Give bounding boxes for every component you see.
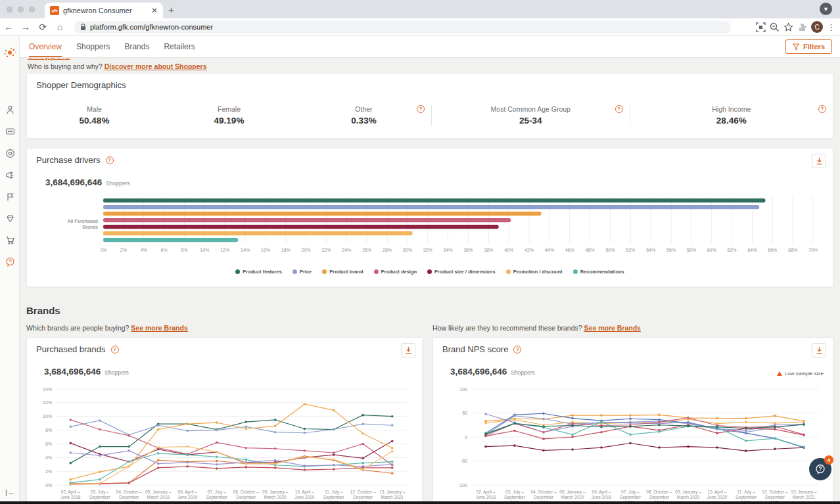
legend-label: Product design xyxy=(381,269,417,275)
gfk-logo-icon[interactable] xyxy=(3,47,16,60)
megaphone-icon[interactable] xyxy=(5,170,15,180)
purchased-brands-help-icon[interactable] xyxy=(111,346,119,354)
svg-text:10. April –June 2020: 10. April –June 2020 xyxy=(294,490,315,499)
filters-button[interactable]: Filters xyxy=(785,39,832,54)
see-more-brands-right-link[interactable]: See more Brands xyxy=(584,324,641,332)
legend-item[interactable]: Product size / dimensions xyxy=(427,269,496,275)
app-navbar: Overview Shoppers Brands Retailers Filte… xyxy=(20,36,840,58)
tab-brands[interactable]: Brands xyxy=(124,42,149,51)
lock-icon xyxy=(80,24,86,31)
purchased-brands-download-button[interactable] xyxy=(401,343,415,357)
page-content: Shoppers Who is buying and why? Discover… xyxy=(20,58,840,501)
bar-row-label: All Purchased Brands xyxy=(55,218,98,230)
legend-item[interactable]: Product brand xyxy=(322,269,363,275)
home-icon[interactable]: ⌂ xyxy=(51,22,68,32)
presentation-icon[interactable] xyxy=(5,126,15,137)
forward-icon[interactable]: → xyxy=(17,22,34,32)
purchase-drivers-legend: Product featuresPriceProduct brandProduc… xyxy=(27,269,833,275)
bookmark-star-icon[interactable] xyxy=(783,22,793,32)
legend-item[interactable]: Promotion / discount xyxy=(506,269,563,275)
svg-text:10. April –June 2020: 10. April –June 2020 xyxy=(707,490,728,499)
svg-text:04. October –December2018: 04. October –December2018 xyxy=(530,490,557,501)
svg-text:70%: 70% xyxy=(808,248,818,252)
brands-left-question-text: Which brands are people buying? xyxy=(26,324,129,332)
age-help-icon[interactable] xyxy=(615,105,623,113)
shopper-icon[interactable] xyxy=(5,104,15,115)
reload-icon[interactable]: ⟳ xyxy=(34,22,51,32)
back-icon[interactable]: ← xyxy=(0,22,17,32)
demographics-title: Shopper Demographics xyxy=(36,80,126,90)
window-maximize-button[interactable] xyxy=(29,7,35,12)
browser-menu-icon[interactable]: ⋮ xyxy=(827,22,835,32)
see-more-brands-left-link[interactable]: See more Brands xyxy=(131,324,187,332)
brands-right-question: How likely are they to recommend these b… xyxy=(432,324,641,332)
window-chevron-button[interactable]: ▼ xyxy=(820,3,832,15)
window-close-button[interactable] xyxy=(7,7,12,12)
tab-close-icon[interactable]: ✕ xyxy=(151,6,158,15)
legend-item[interactable]: Price xyxy=(292,269,312,275)
svg-text:22%: 22% xyxy=(321,248,331,252)
drivers-shoppers-count: 3,684,696,646 xyxy=(45,177,102,187)
new-tab-button[interactable]: + xyxy=(168,4,174,15)
warning-triangle-icon xyxy=(777,371,782,376)
svg-text:14%: 14% xyxy=(43,387,52,392)
discover-shoppers-link[interactable]: Discover more about Shoppers xyxy=(105,62,207,70)
svg-text:40%: 40% xyxy=(504,248,513,252)
svg-text:16%: 16% xyxy=(261,248,270,252)
purchased-brands-title: Purchased brands xyxy=(36,344,106,354)
brands-right-question-text: How likely are they to recommend these b… xyxy=(432,324,582,332)
window-minimize-button[interactable] xyxy=(18,7,24,12)
purchase-drivers-bar-chart: 0%2%4%6%8%10%12%14%16%18%20%22%24%26%28%… xyxy=(101,193,818,256)
help-chat-icon[interactable] xyxy=(5,256,15,267)
stat-male: Male 50.48% xyxy=(27,105,162,126)
income-help-icon[interactable] xyxy=(818,105,826,113)
svg-text:100: 100 xyxy=(459,387,467,392)
svg-text:60%: 60% xyxy=(707,248,716,252)
scan-icon[interactable] xyxy=(756,22,766,32)
svg-text:02. April –June 2018: 02. April –June 2018 xyxy=(60,490,81,499)
purchase-drivers-help-icon[interactable] xyxy=(106,156,114,164)
help-fab-button[interactable]: 4 xyxy=(809,458,831,480)
help-bubble-icon xyxy=(814,463,826,475)
svg-text:2%: 2% xyxy=(45,469,52,474)
address-bar[interactable]: platform.gfk.com/gfknewron-consumer xyxy=(74,21,731,34)
legend-item[interactable]: Product design xyxy=(374,269,417,275)
svg-text:62%: 62% xyxy=(728,248,737,252)
flag-icon[interactable] xyxy=(5,191,15,202)
svg-text:10%: 10% xyxy=(43,414,52,419)
tab-overview[interactable]: Overview xyxy=(29,36,62,57)
legend-item[interactable]: Recommendations xyxy=(573,269,624,275)
window-controls[interactable] xyxy=(7,7,35,12)
tab-retailers[interactable]: Retailers xyxy=(164,42,195,51)
age-stats-section: Most Common Age Group 25-34 xyxy=(431,105,630,126)
brands-left-question: Which brands are people buying? See more… xyxy=(26,324,188,332)
diamond-icon[interactable] xyxy=(5,213,15,223)
profile-avatar[interactable]: C xyxy=(811,21,823,33)
svg-text:03. July –September2018: 03. July –September2018 xyxy=(89,490,111,501)
purchase-drivers-download-button[interactable] xyxy=(812,154,826,168)
expand-sidebar-icon[interactable]: |→ xyxy=(5,488,14,496)
clipped-section-heading: Shoppers xyxy=(28,58,70,61)
gfk-favicon: gfk xyxy=(50,6,59,15)
tab-shoppers[interactable]: Shoppers xyxy=(76,42,110,51)
low-sample-size-label: Low sample size xyxy=(785,371,824,377)
tab-title: gfknewron Consumer xyxy=(63,7,147,14)
browser-tab[interactable]: gfk gfknewron Consumer ✕ xyxy=(45,3,163,18)
cart-icon[interactable] xyxy=(5,235,15,245)
svg-text:26%: 26% xyxy=(362,248,371,252)
disc-icon[interactable] xyxy=(5,148,15,158)
brand-nps-download-button[interactable] xyxy=(812,343,826,357)
zoom-icon[interactable] xyxy=(770,22,780,32)
svg-text:0%: 0% xyxy=(101,248,106,252)
browser-tab-strip: gfk gfknewron Consumer ✕ + ▼ xyxy=(0,0,840,18)
gender-help-icon[interactable] xyxy=(417,105,425,113)
svg-text:38%: 38% xyxy=(484,248,493,252)
app-main: Overview Shoppers Brands Retailers Filte… xyxy=(20,36,840,501)
svg-text:0: 0 xyxy=(465,435,467,440)
svg-text:28%: 28% xyxy=(383,248,392,252)
svg-text:36%: 36% xyxy=(463,248,473,252)
legend-item[interactable]: Product features xyxy=(235,269,282,275)
purchase-drivers-title: Purchase drivers xyxy=(36,155,101,165)
legend-dot-icon xyxy=(235,269,240,274)
brand-nps-help-icon[interactable] xyxy=(513,346,521,354)
